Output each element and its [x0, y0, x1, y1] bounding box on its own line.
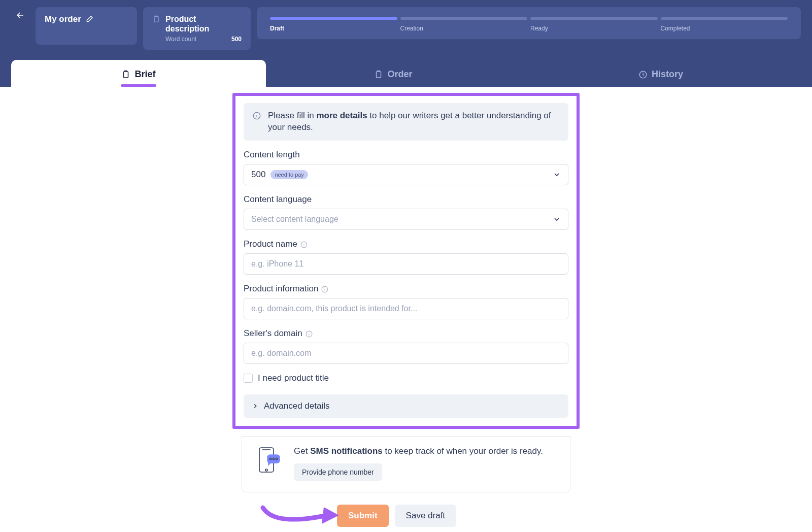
- progress-seg-creation: [400, 17, 528, 20]
- advanced-details-toggle[interactable]: Advanced details: [244, 394, 568, 418]
- brief-form-highlight: Please fill in more details to help our …: [232, 93, 580, 429]
- product-name-label: Product name: [244, 239, 568, 249]
- pencil-icon[interactable]: [85, 15, 93, 23]
- progress-card: Draft Creation Ready Completed: [257, 7, 801, 39]
- chevron-right-icon: [252, 403, 259, 410]
- order-title-row: My order: [45, 14, 128, 24]
- progress-seg-ready: [530, 17, 658, 20]
- svg-rect-0: [154, 17, 158, 22]
- info-icon: [253, 112, 261, 120]
- content-length-value: 500: [251, 170, 265, 180]
- svg-point-12: [269, 458, 271, 460]
- info-banner: Please fill in more details to help our …: [244, 103, 568, 141]
- content-language-label: Content language: [244, 194, 568, 205]
- product-info-input[interactable]: [251, 304, 561, 313]
- header-row: My order Product description Word count …: [11, 7, 801, 50]
- product-title: Product description: [165, 14, 242, 34]
- sms-box: Get SMS notifications to keep track of w…: [242, 436, 570, 492]
- tab-history[interactable]: History: [521, 60, 801, 87]
- product-name-input[interactable]: [251, 259, 561, 269]
- progress-seg-completed: [661, 17, 788, 20]
- field-product-info: Product information: [244, 284, 568, 319]
- content-length-value-wrap: 500 need to pay: [251, 170, 308, 180]
- product-card-row: Product description Word count 500: [152, 14, 242, 43]
- info-icon[interactable]: [300, 241, 308, 248]
- need-title-label: I need product title: [258, 373, 329, 383]
- tab-order-label: Order: [387, 69, 412, 80]
- order-title: My order: [45, 14, 81, 24]
- seller-domain-label: Seller's domain: [244, 328, 568, 339]
- seller-domain-input-wrap: [244, 343, 568, 364]
- word-count-value: 500: [231, 36, 242, 43]
- need-title-checkbox[interactable]: [244, 374, 253, 383]
- product-info-label: Product information: [244, 284, 568, 294]
- product-card[interactable]: Product description Word count 500: [143, 7, 251, 50]
- word-count-row: Word count 500: [165, 36, 242, 43]
- sms-phone-icon: [255, 446, 282, 474]
- svg-rect-2: [377, 72, 381, 78]
- content-language-placeholder: Select content language: [251, 215, 339, 224]
- header-area: My order Product description Word count …: [0, 0, 812, 87]
- tab-brief[interactable]: Brief: [11, 60, 266, 87]
- clock-icon: [638, 70, 648, 79]
- seller-domain-input[interactable]: [251, 349, 561, 358]
- progress-label-completed: Completed: [661, 25, 788, 32]
- svg-point-13: [273, 458, 274, 460]
- order-card[interactable]: My order: [36, 7, 137, 45]
- chevron-down-icon: [553, 171, 561, 179]
- svg-rect-1: [124, 72, 128, 78]
- sms-text: Get SMS notifications to keep track of w…: [294, 446, 543, 457]
- tab-order[interactable]: Order: [266, 60, 521, 87]
- clipboard-icon: [152, 15, 160, 23]
- back-button[interactable]: [11, 7, 29, 23]
- tab-brief-label: Brief: [134, 69, 155, 80]
- product-name-input-wrap: [244, 253, 568, 275]
- content-language-select[interactable]: Select content language: [244, 209, 568, 230]
- info-text: Please fill in more details to help our …: [268, 110, 559, 134]
- product-info-input-wrap: [244, 298, 568, 319]
- svg-point-10: [265, 469, 267, 471]
- progress-label-creation: Creation: [400, 25, 528, 32]
- sms-content: Get SMS notifications to keep track of w…: [294, 446, 543, 481]
- arrow-annotation-icon: [259, 501, 345, 529]
- info-icon[interactable]: [306, 330, 313, 337]
- need-to-pay-badge: need to pay: [270, 170, 308, 179]
- word-count-label: Word count: [165, 36, 196, 43]
- content-length-label: Content length: [244, 150, 568, 160]
- progress-label-ready: Ready: [530, 25, 658, 32]
- progress-labels: Draft Creation Ready Completed: [270, 25, 788, 32]
- progress-seg-draft: [270, 17, 397, 20]
- provide-phone-button[interactable]: Provide phone number: [294, 463, 382, 481]
- field-seller-domain: Seller's domain: [244, 328, 568, 364]
- advanced-details-label: Advanced details: [264, 401, 329, 411]
- action-row: Submit Save draft: [242, 505, 570, 527]
- content-length-select[interactable]: 500 need to pay: [244, 164, 568, 185]
- svg-point-14: [276, 458, 277, 460]
- field-content-length: Content length 500 need to pay: [244, 150, 568, 185]
- info-icon[interactable]: [321, 285, 328, 292]
- progress-bars: [270, 17, 788, 20]
- clipboard-icon: [374, 70, 383, 79]
- field-product-name: Product name: [244, 239, 568, 275]
- tab-history-label: History: [652, 69, 683, 80]
- tabs: Brief Order History: [11, 60, 801, 87]
- save-draft-button[interactable]: Save draft: [395, 505, 457, 527]
- content-area: Please fill in more details to help our …: [0, 87, 812, 532]
- need-title-row[interactable]: I need product title: [244, 373, 568, 383]
- progress-label-draft: Draft: [270, 25, 397, 32]
- arrow-left-icon: [15, 10, 25, 20]
- field-content-language: Content language Select content language: [244, 194, 568, 230]
- clipboard-icon: [121, 70, 130, 79]
- chevron-down-icon: [553, 215, 561, 223]
